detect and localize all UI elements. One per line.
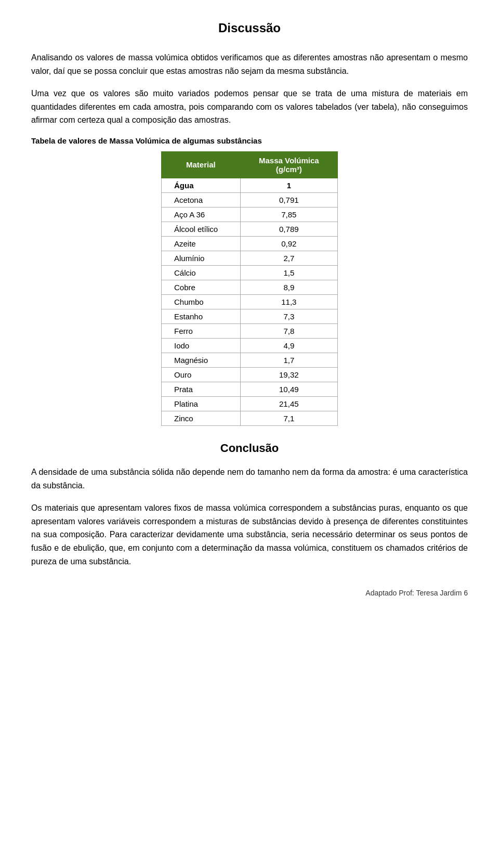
table-row: Cálcio1,5 bbox=[162, 265, 338, 280]
volum-table: Material Massa Volúmica(g/cm³) Água1Acet… bbox=[161, 151, 338, 426]
table-cell-material: Chumbo bbox=[162, 294, 241, 309]
table-cell-material: Cobre bbox=[162, 280, 241, 294]
table-cell-value: 1,5 bbox=[240, 265, 337, 280]
table-header-material: Material bbox=[162, 151, 241, 178]
table-cell-material: Azeite bbox=[162, 236, 241, 251]
table-cell-material: Ferro bbox=[162, 323, 241, 338]
table-cell-material: Ouro bbox=[162, 367, 241, 382]
table-cell-value: 1 bbox=[240, 178, 337, 192]
table-cell-value: 2,7 bbox=[240, 251, 337, 265]
table-cell-material: Estanho bbox=[162, 309, 241, 323]
table-cell-material: Aço A 36 bbox=[162, 207, 241, 222]
paragraph-1: Analisando os valores de massa volúmica … bbox=[31, 51, 468, 77]
table-cell-material: Zinco bbox=[162, 411, 241, 425]
paragraph-2: Uma vez que os valores são muito variado… bbox=[31, 87, 468, 127]
table-cell-value: 0,789 bbox=[240, 222, 337, 236]
table-row: Aço A 367,85 bbox=[162, 207, 338, 222]
table-row: Zinco7,1 bbox=[162, 411, 338, 425]
table-cell-material: Acetona bbox=[162, 192, 241, 207]
table-row: Cobre8,9 bbox=[162, 280, 338, 294]
table-cell-material: Platina bbox=[162, 396, 241, 411]
table-cell-value: 0,92 bbox=[240, 236, 337, 251]
conclusion-title: Conclusão bbox=[31, 442, 468, 455]
table-row: Álcool etílico0,789 bbox=[162, 222, 338, 236]
table-row: Platina21,45 bbox=[162, 396, 338, 411]
table-cell-material: Alumínio bbox=[162, 251, 241, 265]
table-row: Ferro7,8 bbox=[162, 323, 338, 338]
table-row: Prata10,49 bbox=[162, 382, 338, 396]
table-cell-material: Álcool etílico bbox=[162, 222, 241, 236]
table-wrapper: Material Massa Volúmica(g/cm³) Água1Acet… bbox=[31, 151, 468, 426]
page-title: Discussão bbox=[31, 21, 468, 35]
table-cell-value: 7,3 bbox=[240, 309, 337, 323]
table-cell-value: 8,9 bbox=[240, 280, 337, 294]
table-row: Alumínio2,7 bbox=[162, 251, 338, 265]
table-row: Iodo4,9 bbox=[162, 338, 338, 353]
table-row: Água1 bbox=[162, 178, 338, 192]
table-cell-material: Prata bbox=[162, 382, 241, 396]
table-cell-value: 7,85 bbox=[240, 207, 337, 222]
table-row: Magnésio1,7 bbox=[162, 353, 338, 367]
table-cell-value: 7,8 bbox=[240, 323, 337, 338]
table-row: Chumbo11,3 bbox=[162, 294, 338, 309]
table-row: Ouro19,32 bbox=[162, 367, 338, 382]
paragraph-3: A densidade de uma substância sólida não… bbox=[31, 465, 468, 492]
table-cell-material: Água bbox=[162, 178, 241, 192]
table-cell-value: 11,3 bbox=[240, 294, 337, 309]
table-row: Estanho7,3 bbox=[162, 309, 338, 323]
paragraph-4: Os materiais que apresentam valores fixo… bbox=[31, 501, 468, 568]
table-cell-value: 1,7 bbox=[240, 353, 337, 367]
table-cell-value: 21,45 bbox=[240, 396, 337, 411]
table-cell-value: 0,791 bbox=[240, 192, 337, 207]
table-cell-value: 10,49 bbox=[240, 382, 337, 396]
table-cell-value: 7,1 bbox=[240, 411, 337, 425]
footer: Adaptado Prof: Teresa Jardim 6 bbox=[31, 589, 468, 597]
table-header-massa: Massa Volúmica(g/cm³) bbox=[240, 151, 337, 178]
table-cell-material: Cálcio bbox=[162, 265, 241, 280]
table-cell-material: Magnésio bbox=[162, 353, 241, 367]
table-title: Tabela de valores de Massa Volúmica de a… bbox=[31, 136, 468, 145]
table-row: Acetona0,791 bbox=[162, 192, 338, 207]
table-cell-material: Iodo bbox=[162, 338, 241, 353]
table-row: Azeite0,92 bbox=[162, 236, 338, 251]
table-cell-value: 4,9 bbox=[240, 338, 337, 353]
table-cell-value: 19,32 bbox=[240, 367, 337, 382]
